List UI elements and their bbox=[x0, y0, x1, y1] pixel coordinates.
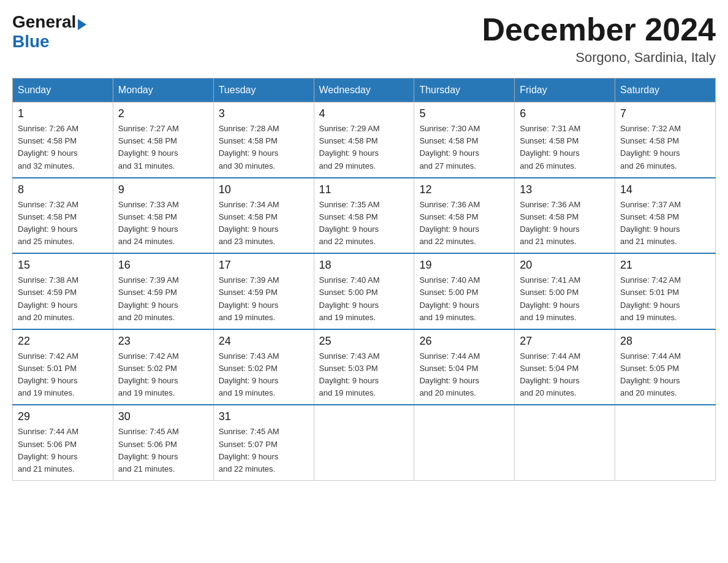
day-number: 6 bbox=[520, 107, 610, 120]
day-info: Sunrise: 7:34 AMSunset: 4:58 PMDaylight:… bbox=[219, 199, 309, 248]
header-friday: Friday bbox=[515, 79, 615, 102]
table-row: 11Sunrise: 7:35 AMSunset: 4:58 PMDayligh… bbox=[314, 178, 414, 254]
table-row: 18Sunrise: 7:40 AMSunset: 5:00 PMDayligh… bbox=[314, 253, 414, 329]
table-row: 7Sunrise: 7:32 AMSunset: 4:58 PMDaylight… bbox=[615, 102, 716, 178]
table-row bbox=[515, 405, 615, 480]
table-row: 1Sunrise: 7:26 AMSunset: 4:58 PMDaylight… bbox=[13, 102, 113, 178]
table-row: 14Sunrise: 7:37 AMSunset: 4:58 PMDayligh… bbox=[615, 178, 716, 254]
day-number: 27 bbox=[520, 335, 610, 348]
day-number: 31 bbox=[219, 410, 309, 423]
day-number: 30 bbox=[118, 410, 208, 423]
day-info: Sunrise: 7:41 AMSunset: 5:00 PMDaylight:… bbox=[520, 274, 610, 324]
table-row: 29Sunrise: 7:44 AMSunset: 5:06 PMDayligh… bbox=[13, 405, 113, 480]
day-number: 23 bbox=[118, 335, 208, 348]
day-info: Sunrise: 7:33 AMSunset: 4:58 PMDaylight:… bbox=[118, 199, 208, 248]
table-row: 8Sunrise: 7:32 AMSunset: 4:58 PMDaylight… bbox=[13, 178, 113, 254]
logo: General Blue bbox=[12, 12, 86, 52]
day-info: Sunrise: 7:32 AMSunset: 4:58 PMDaylight:… bbox=[620, 123, 710, 172]
table-row: 3Sunrise: 7:28 AMSunset: 4:58 PMDaylight… bbox=[213, 102, 314, 178]
table-row: 31Sunrise: 7:45 AMSunset: 5:07 PMDayligh… bbox=[213, 405, 314, 480]
day-number: 22 bbox=[18, 335, 108, 348]
title-block: December 2024 Sorgono, Sardinia, Italy bbox=[482, 12, 716, 66]
day-info: Sunrise: 7:35 AMSunset: 4:58 PMDaylight:… bbox=[319, 199, 409, 248]
logo-blue-text: Blue bbox=[12, 32, 50, 52]
day-number: 4 bbox=[319, 107, 409, 120]
calendar-table: Sunday Monday Tuesday Wednesday Thursday… bbox=[12, 78, 716, 481]
day-number: 2 bbox=[118, 107, 208, 120]
table-row bbox=[615, 405, 716, 480]
page-header: General Blue December 2024 Sorgono, Sard… bbox=[12, 12, 716, 66]
header-saturday: Saturday bbox=[615, 79, 716, 102]
month-title: December 2024 bbox=[482, 12, 716, 47]
day-number: 29 bbox=[18, 410, 108, 423]
day-number: 19 bbox=[419, 259, 509, 272]
table-row: 12Sunrise: 7:36 AMSunset: 4:58 PMDayligh… bbox=[414, 178, 515, 254]
day-info: Sunrise: 7:45 AMSunset: 5:06 PMDaylight:… bbox=[118, 426, 208, 475]
table-row: 23Sunrise: 7:42 AMSunset: 5:02 PMDayligh… bbox=[113, 329, 213, 405]
day-number: 25 bbox=[319, 335, 409, 348]
day-number: 20 bbox=[520, 259, 610, 272]
day-number: 7 bbox=[620, 107, 710, 120]
day-number: 14 bbox=[620, 183, 710, 196]
location-title: Sorgono, Sardinia, Italy bbox=[482, 50, 716, 66]
calendar-week-row: 22Sunrise: 7:42 AMSunset: 5:01 PMDayligh… bbox=[13, 329, 716, 405]
table-row bbox=[314, 405, 414, 480]
table-row: 10Sunrise: 7:34 AMSunset: 4:58 PMDayligh… bbox=[213, 178, 314, 254]
day-info: Sunrise: 7:42 AMSunset: 5:02 PMDaylight:… bbox=[118, 350, 208, 400]
table-row: 28Sunrise: 7:44 AMSunset: 5:05 PMDayligh… bbox=[615, 329, 716, 405]
day-info: Sunrise: 7:39 AMSunset: 4:59 PMDaylight:… bbox=[118, 274, 208, 324]
day-number: 10 bbox=[219, 183, 309, 196]
day-number: 9 bbox=[118, 183, 208, 196]
day-info: Sunrise: 7:40 AMSunset: 5:00 PMDaylight:… bbox=[319, 274, 409, 324]
header-wednesday: Wednesday bbox=[314, 79, 414, 102]
table-row: 30Sunrise: 7:45 AMSunset: 5:06 PMDayligh… bbox=[113, 405, 213, 480]
day-info: Sunrise: 7:45 AMSunset: 5:07 PMDaylight:… bbox=[219, 426, 309, 475]
calendar-week-row: 1Sunrise: 7:26 AMSunset: 4:58 PMDaylight… bbox=[13, 102, 716, 178]
day-info: Sunrise: 7:32 AMSunset: 4:58 PMDaylight:… bbox=[18, 199, 108, 248]
day-number: 26 bbox=[419, 335, 509, 348]
table-row: 17Sunrise: 7:39 AMSunset: 4:59 PMDayligh… bbox=[213, 253, 314, 329]
calendar-week-row: 8Sunrise: 7:32 AMSunset: 4:58 PMDaylight… bbox=[13, 178, 716, 254]
header-monday: Monday bbox=[113, 79, 213, 102]
day-number: 24 bbox=[219, 335, 309, 348]
day-info: Sunrise: 7:28 AMSunset: 4:58 PMDaylight:… bbox=[219, 123, 309, 172]
day-info: Sunrise: 7:29 AMSunset: 4:58 PMDaylight:… bbox=[319, 123, 409, 172]
table-row: 16Sunrise: 7:39 AMSunset: 4:59 PMDayligh… bbox=[113, 253, 213, 329]
table-row: 25Sunrise: 7:43 AMSunset: 5:03 PMDayligh… bbox=[314, 329, 414, 405]
day-info: Sunrise: 7:42 AMSunset: 5:01 PMDaylight:… bbox=[18, 350, 108, 400]
day-number: 12 bbox=[419, 183, 509, 196]
table-row: 6Sunrise: 7:31 AMSunset: 4:58 PMDaylight… bbox=[515, 102, 615, 178]
day-info: Sunrise: 7:44 AMSunset: 5:05 PMDaylight:… bbox=[620, 350, 710, 400]
day-info: Sunrise: 7:26 AMSunset: 4:58 PMDaylight:… bbox=[18, 123, 108, 172]
table-row: 26Sunrise: 7:44 AMSunset: 5:04 PMDayligh… bbox=[414, 329, 515, 405]
day-info: Sunrise: 7:39 AMSunset: 4:59 PMDaylight:… bbox=[219, 274, 309, 324]
table-row: 2Sunrise: 7:27 AMSunset: 4:58 PMDaylight… bbox=[113, 102, 213, 178]
table-row bbox=[414, 405, 515, 480]
table-row: 15Sunrise: 7:38 AMSunset: 4:59 PMDayligh… bbox=[13, 253, 113, 329]
day-info: Sunrise: 7:37 AMSunset: 4:58 PMDaylight:… bbox=[620, 199, 710, 248]
header-tuesday: Tuesday bbox=[213, 79, 314, 102]
day-info: Sunrise: 7:44 AMSunset: 5:06 PMDaylight:… bbox=[18, 426, 108, 475]
table-row: 4Sunrise: 7:29 AMSunset: 4:58 PMDaylight… bbox=[314, 102, 414, 178]
table-row: 21Sunrise: 7:42 AMSunset: 5:01 PMDayligh… bbox=[615, 253, 716, 329]
day-number: 17 bbox=[219, 259, 309, 272]
table-row: 9Sunrise: 7:33 AMSunset: 4:58 PMDaylight… bbox=[113, 178, 213, 254]
table-row: 24Sunrise: 7:43 AMSunset: 5:02 PMDayligh… bbox=[213, 329, 314, 405]
calendar-week-row: 15Sunrise: 7:38 AMSunset: 4:59 PMDayligh… bbox=[13, 253, 716, 329]
day-info: Sunrise: 7:40 AMSunset: 5:00 PMDaylight:… bbox=[419, 274, 509, 324]
calendar-header-row: Sunday Monday Tuesday Wednesday Thursday… bbox=[13, 79, 716, 102]
header-thursday: Thursday bbox=[414, 79, 515, 102]
day-number: 21 bbox=[620, 259, 710, 272]
day-info: Sunrise: 7:27 AMSunset: 4:58 PMDaylight:… bbox=[118, 123, 208, 172]
table-row: 5Sunrise: 7:30 AMSunset: 4:58 PMDaylight… bbox=[414, 102, 515, 178]
day-number: 15 bbox=[18, 259, 108, 272]
day-number: 5 bbox=[419, 107, 509, 120]
day-info: Sunrise: 7:31 AMSunset: 4:58 PMDaylight:… bbox=[520, 123, 610, 172]
day-number: 1 bbox=[18, 107, 108, 120]
day-info: Sunrise: 7:44 AMSunset: 5:04 PMDaylight:… bbox=[419, 350, 509, 400]
day-info: Sunrise: 7:43 AMSunset: 5:02 PMDaylight:… bbox=[219, 350, 309, 400]
day-number: 13 bbox=[520, 183, 610, 196]
day-info: Sunrise: 7:38 AMSunset: 4:59 PMDaylight:… bbox=[18, 274, 108, 324]
calendar-week-row: 29Sunrise: 7:44 AMSunset: 5:06 PMDayligh… bbox=[13, 405, 716, 480]
day-info: Sunrise: 7:30 AMSunset: 4:58 PMDaylight:… bbox=[419, 123, 509, 172]
